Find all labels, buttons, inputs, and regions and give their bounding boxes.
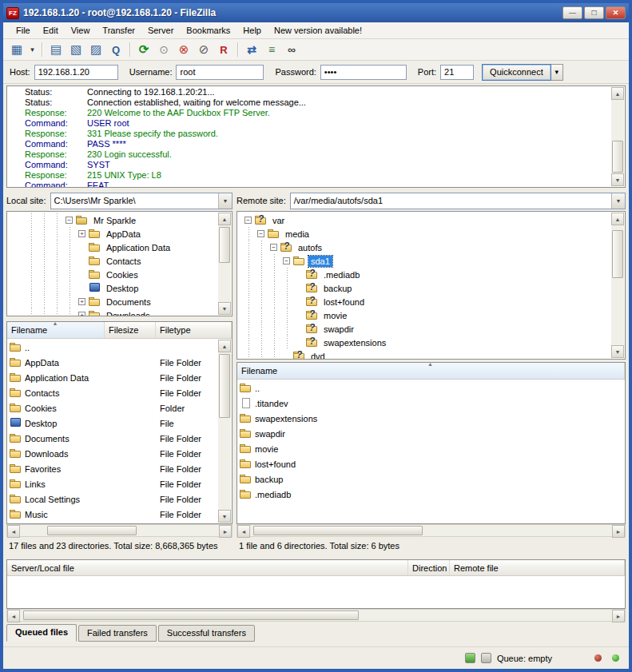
scroll-down-icon[interactable]: [218, 510, 231, 523]
scroll-left-icon[interactable]: [7, 525, 20, 538]
tree-expander-icon[interactable]: −: [283, 257, 290, 264]
scroll-down-icon[interactable]: [611, 173, 624, 186]
file-row[interactable]: FavoritesFile Folder: [7, 461, 218, 476]
menu-item-view[interactable]: View: [65, 23, 97, 38]
column-header-filesize[interactable]: Filesize: [105, 322, 156, 338]
sync-browsing-icon[interactable]: [262, 41, 281, 58]
close-button[interactable]: [606, 6, 626, 19]
cancel-icon[interactable]: [174, 41, 193, 58]
file-row[interactable]: .mediadb: [237, 487, 625, 502]
toggle-message-log-icon[interactable]: [46, 41, 66, 58]
remote-site-combo[interactable]: /var/media/autofs/sda1: [290, 193, 626, 209]
scroll-left-icon[interactable]: [7, 610, 20, 622]
column-header-remote-file[interactable]: Remote file: [450, 560, 625, 575]
local-list-scrollbar[interactable]: [218, 340, 231, 523]
file-row[interactable]: ..: [7, 340, 218, 355]
file-row[interactable]: swapextensions: [237, 411, 625, 426]
tree-item[interactable]: −?autofs: [237, 241, 611, 254]
tree-item[interactable]: ?swapdir: [237, 322, 611, 336]
quickconnect-dropdown-icon[interactable]: [551, 64, 563, 81]
host-input[interactable]: [34, 65, 118, 80]
scroll-right-icon[interactable]: [612, 525, 625, 538]
reconnect-icon[interactable]: [214, 41, 233, 58]
tree-item[interactable]: ?lost+found: [237, 295, 611, 308]
menu-item-edit[interactable]: Edit: [37, 23, 65, 38]
refresh-icon[interactable]: [134, 41, 153, 58]
scroll-thumb[interactable]: [23, 610, 359, 620]
filter-icon[interactable]: [481, 653, 491, 663]
file-row[interactable]: DesktopFile: [7, 416, 218, 431]
minimize-button[interactable]: [562, 6, 582, 19]
menu-item-bookmarks[interactable]: Bookmarks: [180, 23, 237, 38]
column-header-server-local-file[interactable]: Server/Local file: [7, 560, 408, 575]
file-row[interactable]: swapdir: [237, 426, 625, 441]
tree-item[interactable]: ?movie: [237, 308, 611, 322]
remote-tree-scrollbar[interactable]: [611, 213, 624, 358]
menu-item-help[interactable]: Help: [237, 23, 268, 38]
scroll-thumb[interactable]: [219, 354, 230, 418]
column-header-direction[interactable]: Direction: [408, 560, 450, 575]
tree-expander-icon[interactable]: +: [78, 230, 85, 237]
scroll-thumb[interactable]: [253, 526, 423, 535]
menu-item-file[interactable]: File: [10, 23, 37, 38]
quickconnect-button[interactable]: Quickconnect: [482, 64, 551, 81]
titlebar[interactable]: FZ 192.168.1.20 - root@192.168.1.20 - Fi…: [3, 3, 629, 22]
tree-item[interactable]: ?swapextensions: [237, 336, 611, 349]
file-row[interactable]: backup: [237, 471, 625, 487]
tree-item[interactable]: Cookies: [7, 268, 218, 281]
tree-item[interactable]: ?dvd: [237, 349, 611, 359]
tree-item[interactable]: ?.mediadb: [237, 268, 611, 281]
file-row[interactable]: MusicFile Folder: [7, 507, 218, 522]
process-queue-icon[interactable]: [154, 41, 173, 58]
local-list-hscrollbar[interactable]: [6, 524, 233, 537]
scroll-up-icon[interactable]: [218, 340, 231, 352]
compare-icon[interactable]: [242, 41, 261, 58]
file-row[interactable]: lost+found: [237, 456, 625, 471]
tree-item[interactable]: +Documents: [7, 295, 218, 308]
tree-item[interactable]: Application Data: [7, 241, 218, 254]
combo-dropdown-icon[interactable]: [218, 193, 232, 209]
scroll-up-icon[interactable]: [611, 87, 624, 100]
tree-item[interactable]: Contacts: [7, 254, 218, 268]
file-row[interactable]: AppDataFile Folder: [7, 355, 218, 370]
file-row[interactable]: LinksFile Folder: [7, 476, 218, 491]
scroll-thumb[interactable]: [47, 526, 137, 535]
menu-item-new-version-available[interactable]: New version available!: [268, 23, 368, 38]
menu-item-server[interactable]: Server: [141, 23, 180, 38]
username-input[interactable]: [176, 65, 264, 80]
tree-expander-icon[interactable]: +: [78, 298, 85, 305]
column-header-filetype[interactable]: Filetype: [156, 322, 232, 338]
scroll-thumb[interactable]: [612, 141, 623, 173]
menu-item-transfer[interactable]: Transfer: [96, 23, 141, 38]
scroll-right-icon[interactable]: [612, 610, 625, 622]
tree-item[interactable]: −sda1: [237, 254, 611, 268]
file-row[interactable]: Application DataFile Folder: [7, 370, 218, 385]
file-row[interactable]: DocumentsFile Folder: [7, 431, 218, 446]
tree-item[interactable]: Desktop: [7, 281, 218, 295]
tree-item[interactable]: +Downloads: [7, 308, 218, 316]
toggle-remote-tree-icon[interactable]: [86, 41, 105, 58]
combo-dropdown-icon[interactable]: [611, 193, 625, 209]
tree-expander-icon[interactable]: −: [270, 244, 277, 251]
tab-successful-transfers[interactable]: Successful transfers: [158, 625, 255, 642]
tree-item[interactable]: −media: [237, 227, 611, 241]
scroll-thumb[interactable]: [219, 227, 230, 263]
tree-item[interactable]: ?backup: [237, 281, 611, 295]
file-row[interactable]: CookiesFolder: [7, 400, 218, 416]
file-row[interactable]: movie: [237, 441, 625, 456]
disconnect-icon[interactable]: [194, 41, 213, 58]
scroll-down-icon[interactable]: [611, 345, 624, 358]
scroll-thumb[interactable]: [612, 230, 623, 278]
find-files-icon[interactable]: [282, 41, 301, 58]
tab-queued-files[interactable]: Queued files: [6, 624, 77, 642]
local-site-combo[interactable]: C:\Users\Mr Sparkle\: [50, 193, 233, 209]
tree-expander-icon[interactable]: −: [66, 217, 73, 224]
file-row[interactable]: Local SettingsFile Folder: [7, 491, 218, 507]
speedlimit-icon[interactable]: [465, 653, 475, 663]
remote-list-hscrollbar[interactable]: [237, 524, 626, 537]
tree-item[interactable]: −?var: [237, 213, 611, 227]
scroll-left-icon[interactable]: [237, 525, 250, 538]
file-row[interactable]: DownloadsFile Folder: [7, 446, 218, 461]
maximize-button[interactable]: [584, 6, 604, 19]
file-row[interactable]: ContactsFile Folder: [7, 385, 218, 400]
